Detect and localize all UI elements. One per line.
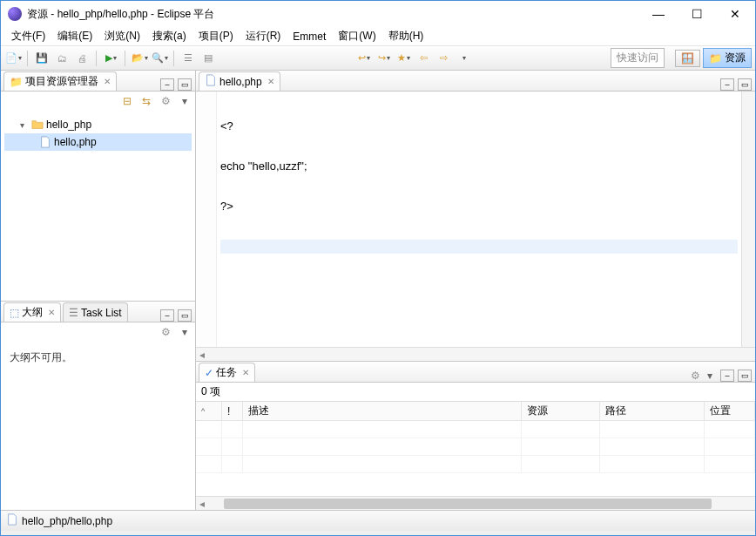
star-button[interactable]: ★▾ [395,50,413,67]
forward-button[interactable]: ⇨ [435,50,453,67]
separator [27,51,28,66]
view-tab-bar: 📁 项目资源管理器 ✕ – ▭ [1,71,195,92]
close-icon[interactable]: ✕ [48,308,55,317]
tab-label: 任务 [216,365,237,380]
view-menu-button[interactable]: ▾ [178,94,192,108]
table-row[interactable] [196,421,755,438]
separator [96,51,97,66]
menu-run[interactable]: 运行(R) [240,27,287,45]
tree-project-node[interactable]: ▾ hello_php [4,116,192,133]
run-button[interactable]: ▶▾ [102,50,119,67]
tab-label: 项目资源管理器 [25,74,98,89]
col-resource[interactable]: 资源 [522,402,600,420]
tasks-icon: ✓ [205,367,213,379]
filter-button[interactable]: ⚙ [691,370,700,382]
maximize-view-button[interactable]: ▭ [738,370,752,382]
menu-window[interactable]: 窗口(W) [333,27,381,45]
project-name-label: hello_php [46,119,91,131]
col-priority[interactable]: ! [222,402,243,420]
menu-navigate[interactable]: 浏览(N) [99,27,145,45]
col-path[interactable]: 路径 [600,402,705,420]
project-folder-icon [31,119,44,131]
code-area[interactable]: <? echo "hello,uzzf"; ?> [217,92,741,347]
nav-dropdown-button[interactable]: ↩▾ [355,50,373,67]
editor-view: hello,php ✕ – ▭ <? echo "hello,uzzf"; ?>… [196,71,755,362]
minimize-view-button[interactable]: – [720,370,734,382]
table-row[interactable] [196,438,755,456]
save-all-button[interactable]: 🗂 [53,50,71,67]
close-icon[interactable]: ✕ [267,77,274,86]
filter-button[interactable]: ⚙ [159,94,172,108]
tree-file-node[interactable]: hello,php [4,133,192,151]
collapse-all-button[interactable]: ⊟ [120,94,134,108]
explorer-toolbar: ⊟ ⇆ ⚙ ▾ [1,92,195,111]
maximize-view-button[interactable]: ▭ [178,78,192,91]
link-editor-button[interactable]: ⇆ [139,94,153,108]
back-button[interactable]: ⇦ [415,50,433,67]
col-description[interactable]: 描述 [243,402,522,420]
nav-dropdown2-button[interactable]: ↪▾ [375,50,393,67]
tasks-tab[interactable]: ✓ 任务 ✕ [199,363,255,382]
resource-perspective-button[interactable]: 📁 资源 [703,48,752,68]
maximize-view-button[interactable]: ▭ [738,78,752,91]
list-button[interactable]: ☰ [179,50,197,67]
minimize-button[interactable]: — [645,5,672,23]
outline-tab-bar: ⬚ 大纲 ✕ ☰ Task List – ▭ [1,302,195,322]
close-icon[interactable]: ✕ [104,77,111,86]
tasks-table[interactable]: ^ ! 描述 资源 路径 位置 ◂ [196,401,755,510]
editor-tab[interactable]: hello,php ✕ [199,71,280,91]
tasks-horizontal-scrollbar[interactable]: ◂ [196,496,755,510]
code-editor[interactable]: <? echo "hello,uzzf"; ?> [196,92,755,347]
new-button[interactable]: 📄▾ [4,50,22,67]
menu-emmet[interactable]: Emmet [287,29,331,44]
close-button[interactable]: ✕ [722,5,748,23]
code-line: ?> [220,200,738,214]
table-row[interactable] [196,456,755,473]
menu-project[interactable]: 项目(P) [193,27,239,45]
close-icon[interactable]: ✕ [242,368,249,377]
code-line: echo "hello,uzzf"; [220,159,738,173]
view-menu-button[interactable]: ▾ [707,370,712,382]
editor-tab-bar: hello,php ✕ – ▭ [196,71,755,92]
outline-icon: ⬚ [10,307,19,319]
view-menu-button[interactable]: ▾ [178,325,192,339]
search-button[interactable]: 🔍▾ [151,50,168,67]
menu-file[interactable]: 文件(F) [6,27,51,45]
tasklist-tab[interactable]: ☰ Task List [63,302,128,322]
project-explorer-tab[interactable]: 📁 项目资源管理器 ✕ [3,71,117,91]
menu-edit[interactable]: 编辑(E) [52,27,98,45]
minimize-view-button[interactable]: – [160,309,174,322]
folder-icon: 📁 [709,52,722,64]
save-button[interactable]: 💾 [33,50,51,67]
left-pane: 📁 项目资源管理器 ✕ – ▭ ⊟ ⇆ ⚙ ▾ ▾ [1,71,196,510]
quick-access-input[interactable]: 快速访问 [611,48,665,68]
outline-empty-text: 大纲不可用。 [10,351,72,363]
col-sort[interactable]: ^ [196,402,222,420]
tasks-view: ✓ 任务 ✕ ⚙ ▾ – ▭ 0 项 ^ ! 描述 资源 [196,362,755,510]
print-button[interactable]: 🖨 [73,50,91,67]
menu-help[interactable]: 帮助(H) [383,27,429,45]
file-icon [39,136,51,148]
outline-tab[interactable]: ⬚ 大纲 ✕ [3,302,61,322]
expand-twister-icon[interactable]: ▾ [20,120,29,130]
workbench: 📁 项目资源管理器 ✕ – ▭ ⊟ ⇆ ⚙ ▾ ▾ [1,71,755,510]
open-perspective-button[interactable]: 🪟 [675,50,700,67]
vertical-scrollbar[interactable] [741,92,755,347]
main-toolbar: 📄▾ 💾 🗂 🖨 ▶▾ 📂▾ 🔍▾ ☰ ▤ ↩▾ ↪▾ ★▾ ⇦ ⇨ ▾ 快速访… [1,46,755,71]
col-location[interactable]: 位置 [705,402,755,420]
separator [125,51,125,66]
open-folder-button[interactable]: 📂▾ [131,50,148,67]
minimize-view-button[interactable]: – [160,78,174,91]
maximize-view-button[interactable]: ▭ [178,309,192,322]
outline-body: 大纲不可用。 [1,342,195,374]
project-tree[interactable]: ▾ hello_php hello,php [1,111,195,301]
file-icon [6,513,18,528]
maximize-button[interactable]: ☐ [684,5,710,23]
separator [173,51,174,66]
minimize-view-button[interactable]: – [720,78,734,91]
horizontal-scrollbar[interactable]: ◂ [196,347,755,361]
filter-button[interactable]: ⚙ [159,325,172,339]
grid-button[interactable]: ▤ [199,50,217,67]
menu-search[interactable]: 搜索(a) [147,27,192,45]
history-dropdown[interactable]: ▾ [456,50,473,67]
